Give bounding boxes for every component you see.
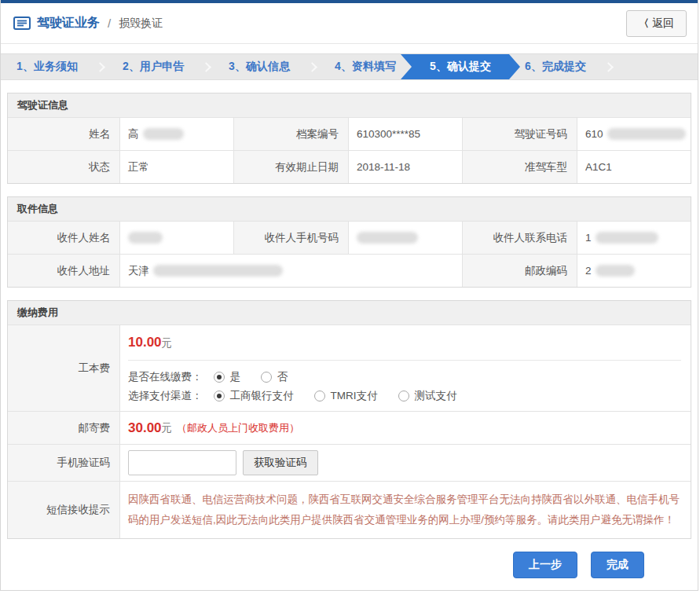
recipient-address-value-text: 天津 [128, 264, 149, 278]
postage-fee-amount: 30.00 [128, 420, 162, 436]
fees-section: 缴纳费用 工本费 10.00元 是否在线缴费： 是 [7, 300, 691, 539]
postal-code-value: 2 [577, 254, 691, 287]
recipient-mobile-label: 收件人手机号码 [233, 221, 348, 254]
card-fee-amount: 10.00 [128, 335, 162, 350]
breadcrumb: 驾驶证业务 / 损毁换证 [13, 15, 163, 31]
recipient-address-value: 天津 [119, 254, 462, 287]
file-no-value: 610300****85 [348, 117, 462, 150]
license-no-value-text: 610 [585, 128, 603, 140]
radio-channel-test[interactable]: 测试支付 [398, 389, 457, 403]
finish-button[interactable]: 完成 [591, 552, 644, 578]
radio-unchecked-icon[interactable] [261, 372, 272, 383]
step-arrow-icon [307, 62, 317, 72]
name-value: 高 [119, 117, 233, 150]
radio-checked-icon[interactable] [214, 372, 225, 383]
step-arrow-icon [201, 62, 211, 72]
pickup-section-title: 取件信息 [8, 197, 691, 221]
fees-section-title: 缴纳费用 [8, 301, 691, 324]
masked-value-blur [596, 232, 658, 244]
recipient-phone-value: 1 [577, 221, 691, 254]
step-arrow-icon [603, 62, 614, 72]
expiry-value: 2018-11-18 [348, 150, 462, 183]
radio-channel-tmri-label: TMRI支付 [331, 389, 378, 403]
card-fee-amount-line: 10.00元 [128, 335, 681, 350]
step-arrow-icon [95, 62, 105, 72]
status-label: 状态 [8, 150, 119, 183]
vehicle-class-value: A1C1 [577, 150, 691, 183]
payment-channel-question-label: 选择支付渠道： [128, 389, 203, 403]
masked-value-blur [607, 128, 686, 140]
header: 驾驶证业务 / 损毁换证 〈 返回 [1, 3, 698, 44]
fee-divider [128, 360, 681, 361]
masked-value-blur [128, 232, 163, 244]
postal-code-value-text: 2 [585, 265, 592, 277]
back-button[interactable]: 〈 返回 [626, 10, 687, 37]
recipient-phone-label: 收件人联系电话 [462, 221, 577, 254]
license-no-value: 610 [577, 117, 691, 150]
sms-code-row: 获取验证码 [119, 444, 691, 481]
step-3-confirm-info[interactable]: 3、确认信息 [213, 54, 306, 79]
status-value: 正常 [119, 150, 233, 183]
expiry-label: 有效期止日期 [233, 150, 348, 183]
radio-checked-icon[interactable] [214, 390, 225, 402]
main-content: 驾驶证信息 姓名 高 档案编号 610300****85 驾驶证号码 610 状… [1, 93, 698, 589]
step-bar-filler [615, 54, 698, 79]
card-fee-content: 10.00元 是否在线缴费： 是 否 [119, 324, 691, 411]
step-indicator: 1、业务须知 2、用户申告 3、确认信息 4、资料填写 5、确认提交 6、完成提… [1, 53, 698, 80]
step-4-fill-materials[interactable]: 4、资料填写 [319, 54, 412, 79]
back-button-label: 返回 [652, 16, 674, 31]
breadcrumb-separator: / [108, 16, 111, 30]
card-fee-label: 工本费 [8, 324, 119, 411]
recipient-phone-value-text: 1 [585, 232, 592, 244]
pickup-info-table: 收件人姓名 收件人手机号码 收件人联系电话 1 收件人地址 天津 [8, 221, 691, 287]
page-title: 驾驶证业务 [37, 15, 100, 31]
radio-online-no-label: 否 [277, 370, 288, 384]
masked-value-blur [143, 128, 184, 140]
step-1-business-notice[interactable]: 1、业务须知 [1, 54, 93, 79]
masked-value-blur [153, 265, 283, 277]
license-service-icon [13, 16, 31, 30]
online-payment-question-label: 是否在线缴费： [128, 370, 203, 384]
recipient-name-label: 收件人姓名 [8, 221, 119, 254]
sms-code-input[interactable] [128, 450, 236, 475]
file-no-label: 档案编号 [233, 117, 348, 150]
license-no-label: 驾驶证号码 [462, 117, 577, 150]
radio-unchecked-icon[interactable] [314, 390, 325, 402]
previous-step-button[interactable]: 上一步 [513, 552, 577, 578]
recipient-mobile-value [348, 221, 462, 254]
radio-unchecked-icon[interactable] [398, 390, 409, 402]
pickup-info-section: 取件信息 收件人姓名 收件人手机号码 收件人联系电话 1 收件人地址 [7, 196, 691, 288]
postage-fee-note: （邮政人员上门收取费用） [177, 421, 299, 435]
get-code-button[interactable]: 获取验证码 [243, 450, 318, 475]
card-fee-unit: 元 [162, 337, 173, 349]
name-value-text: 高 [128, 127, 139, 141]
vehicle-class-label: 准驾车型 [462, 150, 577, 183]
back-chevron-icon: 〈 [639, 16, 649, 31]
radio-channel-icbc[interactable]: 工商银行支付 [214, 389, 294, 403]
recipient-address-label: 收件人地址 [8, 254, 119, 287]
license-info-table: 姓名 高 档案编号 610300****85 驾驶证号码 610 状态 正常 有… [8, 117, 691, 183]
postage-fee-content: 30.00元 （邮政人员上门收取费用） [119, 411, 691, 444]
radio-channel-icbc-label: 工商银行支付 [230, 389, 294, 403]
footer-actions: 上一步 完成 [7, 539, 691, 589]
license-section-title: 驾驶证信息 [8, 94, 691, 117]
step-5-confirm-submit-active[interactable]: 5、确认提交 [401, 54, 520, 79]
step-6-complete-submit[interactable]: 6、完成提交 [509, 54, 602, 79]
masked-value-blur [357, 232, 418, 244]
postage-fee-unit: 元 [162, 421, 173, 435]
breadcrumb-current: 损毁换证 [119, 16, 163, 31]
sms-notice-label: 短信接收提示 [8, 481, 119, 538]
sms-notice-text: 因陕西省联通、电信运营商技术问题，陕西省互联网交通安全综合服务管理平台无法向持陕… [119, 481, 691, 538]
sms-code-label: 手机验证码 [8, 444, 119, 481]
postal-code-label: 邮政编码 [462, 254, 577, 287]
radio-online-yes[interactable]: 是 [214, 370, 241, 384]
name-label: 姓名 [8, 117, 119, 150]
step-2-user-declaration[interactable]: 2、用户申告 [107, 54, 200, 79]
page: 驾驶证业务 / 损毁换证 〈 返回 1、业务须知 2、用户申告 3、确认信息 4… [0, 0, 698, 591]
radio-online-yes-label: 是 [230, 370, 241, 384]
postage-fee-label: 邮寄费 [8, 411, 119, 444]
radio-online-no[interactable]: 否 [261, 370, 288, 384]
online-payment-question: 是否在线缴费： 是 否 [128, 370, 681, 384]
masked-value-blur [596, 265, 635, 277]
radio-channel-tmri[interactable]: TMRI支付 [314, 389, 378, 403]
